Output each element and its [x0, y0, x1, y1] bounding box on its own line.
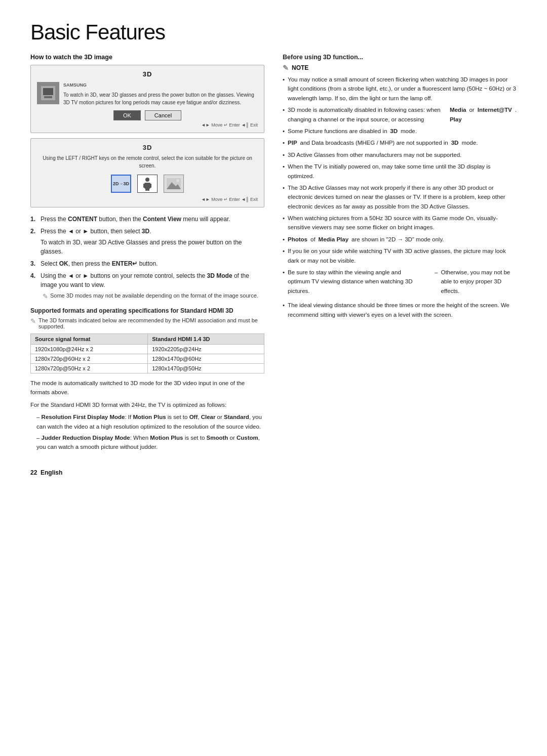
icon-person1-box [137, 175, 158, 193]
tv-dialog-1: 3D SAMSUNG To watch in 3D, wear 3D glass… [30, 65, 264, 133]
pencil-icon-note: ✎ [30, 317, 36, 325]
table-cell: 1920x2205p@24Hz [148, 345, 264, 354]
dash-list: Resolution First Display Mode: If Motion… [30, 412, 264, 452]
rb-item-3: Some Picture functions are disabled in 3… [283, 127, 517, 136]
step-1-body: Press the CONTENT button, then the Conte… [41, 215, 264, 224]
rb-item-1: You may notice a small amount of screen … [283, 75, 517, 103]
left-column: How to watch the 3D image 3D SAMSUNG To … [30, 54, 264, 454]
step-2-body: Press the ◄ or ► button, then select 3D.… [41, 227, 264, 256]
table-header-1: Source signal format [31, 334, 148, 345]
tv-dialog-2: 3D Using the LEFT / RIGHT keys on the re… [30, 138, 264, 207]
rb-item-11: Be sure to stay within the viewing angle… [283, 268, 517, 298]
svg-rect-8 [145, 188, 147, 191]
rb-item-2: 3D mode is automatically disabled in fol… [283, 105, 517, 124]
mode-note-1: The mode is automatically switched to 3D… [30, 379, 264, 397]
table-cell: 1280x720p@50Hz x 2 [31, 364, 148, 373]
step-1-num: 1. [30, 215, 37, 224]
step-4-note: ✎ Some 3D modes may not be available dep… [43, 291, 264, 302]
dialog1-icon [37, 82, 59, 104]
right-column: Before using 3D function... ✎ NOTE You m… [283, 54, 517, 454]
dialog1-nav-hint: ◄► Move ↵ Enter ◄║ Exit [37, 122, 258, 128]
icon-landscape-box [164, 175, 184, 193]
step-2: 2. Press the ◄ or ► button, then select … [30, 227, 264, 256]
table-cell: 1280x720p@60Hz x 2 [31, 354, 148, 364]
icon-landscape [164, 175, 184, 193]
svg-rect-2 [43, 88, 53, 95]
svg-rect-3 [44, 96, 52, 98]
note-line: ✎ The 3D formats indicated below are rec… [30, 317, 264, 329]
dash-item-1: Resolution First Display Mode: If Motion… [36, 412, 264, 431]
step-4-body: Using the ◄ or ► buttons on your remote … [41, 271, 264, 302]
page-lang: English [41, 469, 62, 476]
page-title: Basic Features [30, 20, 517, 45]
step-3-body: Select OK, then press the ENTER↵ button. [41, 259, 264, 268]
table-row: 1280x720p@50Hz x 2 1280x1470p@50Hz [31, 364, 264, 373]
note-title-text: NOTE [292, 64, 308, 71]
dialog1-brand: SAMSUNG [63, 82, 258, 89]
rb-item-8: When watching pictures from a 50Hz 3D so… [283, 214, 517, 232]
hdmi-table: Source signal format Standard HDMI 1.4 3… [30, 333, 264, 373]
rb-item-4: PIP and Data broadcasts (MHEG / MHP) are… [283, 138, 517, 147]
table-row: 1280x720p@60Hz x 2 1280x1470p@60Hz [31, 354, 264, 364]
subsection-heading: Supported formats and operating specific… [30, 307, 264, 314]
dialog2-title: 3D [37, 144, 258, 151]
right-heading: Before using 3D function... [283, 54, 517, 61]
dialog1-ok-btn[interactable]: OK [113, 110, 141, 120]
step-1: 1. Press the CONTENT button, then the Co… [30, 215, 264, 224]
rb-item-10: If you lie on your side while watching T… [283, 246, 517, 265]
table-header-2: Standard HDMI 1.4 3D [148, 334, 264, 345]
rb-item-9: Photos of Media Play are shown in "2D → … [283, 235, 517, 244]
steps-list: 1. Press the CONTENT button, then the Co… [30, 215, 264, 302]
page-number: 22 [30, 469, 37, 476]
dialog2-text: Using the LEFT / RIGHT keys on the remot… [37, 154, 258, 170]
rb-item-5: 3D Active Glasses from other manufacture… [283, 150, 517, 159]
step-4: 4. Using the ◄ or ► buttons on your remo… [30, 271, 264, 302]
svg-rect-7 [149, 184, 151, 188]
dash-item-2: Judder Reduction Display Mode: When Moti… [36, 433, 264, 452]
rb-sub-item-1: Otherwise, you may not be able to enjoy … [435, 268, 517, 296]
rb-item-7: The 3D Active Glasses may not work prope… [283, 183, 517, 211]
note-pencil-icon: ✎ [283, 64, 289, 72]
section1-heading: How to watch the 3D image [30, 54, 264, 61]
note-box: ✎ NOTE You may notice a small amount of … [283, 64, 517, 319]
dialog2-nav-hint: ◄► Move ↵ Enter ◄║ Exit [37, 197, 258, 202]
table-cell: 1920x1080p@24Hz x 2 [31, 345, 148, 354]
note-line-text: The 3D formats indicated below are recom… [38, 317, 264, 329]
icon-2d-3d: 2D→3D [111, 175, 131, 193]
step-4-num: 4. [30, 271, 37, 302]
right-sub-dash: Otherwise, you may not be able to enjoy … [427, 268, 517, 298]
rb-item-6: When the TV is initially powered on, may… [283, 162, 517, 181]
dialog1-buttons: OK Cancel [37, 110, 258, 120]
svg-point-12 [176, 179, 179, 182]
step-2-num: 2. [30, 227, 37, 256]
step-3-num: 3. [30, 259, 37, 268]
table-cell: 1280x1470p@50Hz [148, 364, 264, 373]
right-bullet-list: You may notice a small amount of screen … [283, 75, 517, 319]
dialog1-text: To watch in 3D, wear 3D glasses and pres… [63, 92, 254, 105]
dialog2-icons: 2D→3D [37, 175, 258, 193]
rb-item-12: The ideal viewing distance should be thr… [283, 301, 517, 319]
table-row: 1920x1080p@24Hz x 2 1920x2205p@24Hz [31, 345, 264, 354]
dialog1-content: SAMSUNG To watch in 3D, wear 3D glasses … [63, 82, 258, 106]
svg-rect-6 [143, 184, 145, 188]
svg-point-4 [145, 178, 149, 182]
page-footer: 22 English [30, 469, 517, 476]
icon-2d-3d-box: 2D→3D [111, 175, 131, 193]
note-title: ✎ NOTE [283, 64, 517, 72]
icon-person1 [137, 175, 158, 193]
step-4-note-text: Some 3D modes may not be available depen… [50, 291, 258, 302]
dialog1-title: 3D [37, 70, 258, 78]
table-cell: 1280x1470p@60Hz [148, 354, 264, 364]
pencil-icon-4: ✎ [43, 291, 48, 302]
mode-note-2: For the Standard HDMI 3D format with 24H… [30, 400, 264, 409]
svg-rect-9 [147, 188, 149, 191]
dialog1-cancel-btn[interactable]: Cancel [145, 110, 181, 120]
step-3: 3. Select OK, then press the ENTER↵ butt… [30, 259, 264, 268]
icon-2d-3d-label: 2D→3D [113, 181, 129, 186]
